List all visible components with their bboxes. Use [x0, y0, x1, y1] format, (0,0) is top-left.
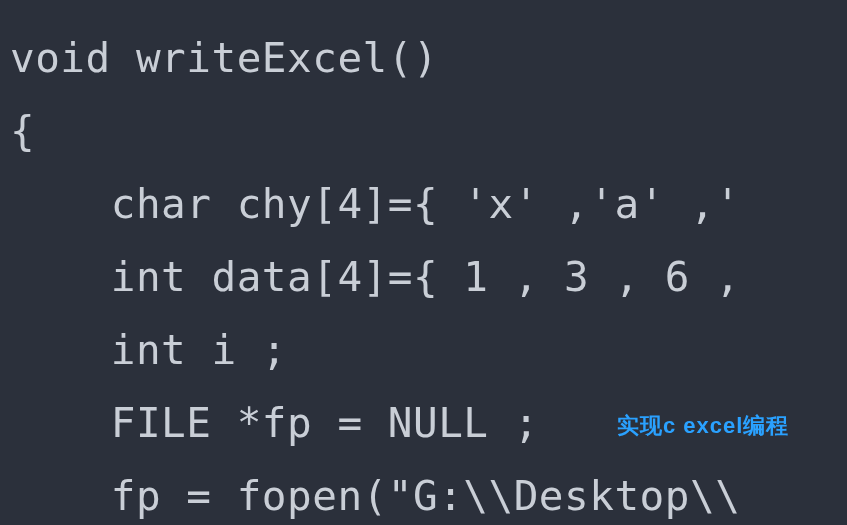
code-line: int data[4]={ 1 , 3 , 6 ,	[10, 253, 740, 301]
code-line: void writeExcel()	[10, 34, 438, 82]
code-block: void writeExcel() { char chy[4]={ 'x' ,'…	[0, 0, 847, 525]
watermark-text: 实现c excel编程	[617, 411, 789, 441]
code-line: FILE *fp = NULL ;	[10, 399, 539, 447]
code-line: int i ;	[10, 326, 287, 374]
code-line: char chy[4]={ 'x' ,'a' ,'	[10, 180, 740, 228]
code-line: {	[10, 107, 35, 155]
code-line: fp = fopen("G:\\Desktop\\	[10, 472, 740, 520]
